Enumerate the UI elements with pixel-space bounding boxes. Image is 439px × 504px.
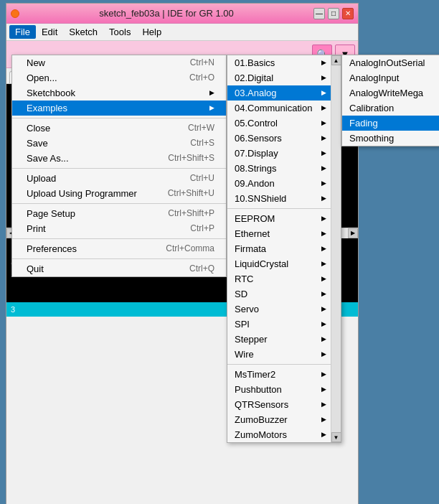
menu-item-upload-programmer-shortcut: Ctrl+Shift+U	[168, 188, 214, 199]
examples-eeprom-label: EEPROM	[235, 213, 275, 224]
menu-item-upload[interactable]: Upload Ctrl+U	[12, 171, 226, 186]
examples-item-control[interactable]: 05.Control	[227, 116, 341, 131]
examples-scroll-up[interactable]: ▲	[331, 55, 341, 65]
menu-item-saveas[interactable]: Save As... Ctrl+Shift+S	[12, 151, 226, 166]
examples-zumobuzzer-label: ZumoBuzzer	[235, 414, 288, 425]
menu-item-saveas-shortcut: Ctrl+Shift+S	[168, 153, 214, 164]
examples-item-communication[interactable]: 04.Communication	[227, 101, 341, 116]
examples-item-strings[interactable]: 08.Strings	[227, 161, 341, 176]
examples-item-rtc[interactable]: RTC	[227, 271, 341, 286]
examples-scrollbar[interactable]: ▲ ▼	[331, 55, 341, 442]
divider-2	[12, 168, 226, 169]
menu-item-quit[interactable]: Quit Ctrl+Q	[12, 261, 226, 276]
examples-item-servo[interactable]: Servo	[227, 302, 341, 317]
examples-item-snshield[interactable]: 10.SNShield	[227, 191, 341, 206]
menu-tools[interactable]: Tools	[103, 25, 136, 39]
menu-item-new-label: New	[27, 57, 45, 68]
menu-item-pagesetup-shortcut: Ctrl+Shift+P	[168, 208, 214, 219]
examples-andon-label: 09.Andon	[235, 178, 275, 189]
maximize-button[interactable]: □	[328, 8, 339, 19]
divider-1	[12, 118, 226, 118]
menu-item-open[interactable]: Open... Ctrl+O	[12, 70, 226, 85]
menu-item-save-shortcut: Ctrl+S	[190, 138, 214, 149]
examples-item-digital[interactable]: 02.Digital	[227, 70, 341, 85]
menu-item-print[interactable]: Print Ctrl+P	[12, 221, 226, 236]
examples-zumomotors-label: ZumoMotors	[235, 429, 287, 440]
menu-item-close-label: Close	[27, 123, 50, 134]
examples-item-andon[interactable]: 09.Andon	[227, 176, 341, 191]
examples-submenu: ▲ ▼ 01.Basics 02.Digital 03.Analog 04.Co…	[227, 55, 341, 443]
menu-edit[interactable]: Edit	[36, 25, 63, 39]
examples-item-sensors[interactable]: 06.Sensors	[227, 131, 341, 146]
examples-item-firmata[interactable]: Firmata	[227, 241, 341, 256]
examples-item-qtrsensors[interactable]: QTRSensors	[227, 397, 341, 412]
examples-item-liquidcrystal[interactable]: LiquidCrystal	[227, 256, 341, 271]
examples-item-zumobuzzer[interactable]: ZumoBuzzer	[227, 412, 341, 427]
menu-bar: File Edit Sketch Tools Help	[6, 24, 358, 41]
examples-analog-label: 03.Analog	[235, 88, 277, 98]
menu-item-quit-shortcut: Ctrl+Q	[189, 263, 214, 274]
menu-item-examples-label: Examples	[27, 103, 67, 113]
file-menu-dropdown: New Ctrl+N Open... Ctrl+O Sketchbook Exa…	[11, 55, 227, 277]
menu-item-upload-shortcut: Ctrl+U	[190, 173, 214, 184]
analog-item-writemega[interactable]: AnalogWriteMega	[342, 85, 439, 101]
scroll-right-button[interactable]: ▶	[348, 228, 358, 238]
menu-item-preferences-label: Preferences	[27, 243, 77, 254]
title-bar: sketch_feb03a | IDE for GR 1.00 — □ ✕	[6, 4, 358, 24]
examples-snshield-label: 10.SNShield	[235, 193, 286, 204]
menu-item-sketchbook-label: Sketchbook	[27, 88, 75, 98]
menu-item-pagesetup[interactable]: Page Setup Ctrl+Shift+P	[12, 206, 226, 221]
examples-divider2	[227, 364, 341, 365]
menu-help[interactable]: Help	[136, 25, 167, 39]
examples-item-display[interactable]: 07.Display	[227, 146, 341, 161]
menu-item-open-shortcut: Ctrl+O	[189, 73, 214, 83]
examples-basics-label: 01.Basics	[235, 57, 275, 68]
examples-item-basics[interactable]: 01.Basics	[227, 55, 341, 70]
examples-digital-label: 02.Digital	[235, 73, 273, 83]
analog-writemega-label: AnalogWriteMega	[349, 88, 423, 98]
examples-item-pushbutton[interactable]: Pushbutton	[227, 382, 341, 397]
examples-display-label: 07.Display	[235, 148, 278, 159]
close-button[interactable]: ✕	[342, 8, 354, 19]
examples-item-spi[interactable]: SPI	[227, 317, 341, 332]
menu-file[interactable]: File	[9, 25, 36, 39]
analog-item-input[interactable]: AnalogInput	[342, 70, 439, 85]
examples-liquidcrystal-label: LiquidCrystal	[235, 258, 288, 269]
examples-item-mstimer2[interactable]: MsTimer2	[227, 367, 341, 382]
analog-smoothing-label: Smoothing	[349, 133, 394, 144]
examples-ethernet-label: Ethernet	[235, 228, 270, 239]
examples-item-ethernet[interactable]: Ethernet	[227, 226, 341, 241]
analog-item-calibration[interactable]: Calibration	[342, 101, 439, 116]
menu-item-pagesetup-label: Page Setup	[27, 208, 75, 219]
analog-item-inoutserial[interactable]: AnalogInOutSerial	[342, 55, 439, 70]
status-number: 3	[11, 305, 15, 314]
menu-item-sketchbook[interactable]: Sketchbook	[12, 85, 226, 101]
examples-rtc-label: RTC	[235, 274, 253, 284]
menu-item-close[interactable]: Close Ctrl+W	[12, 121, 226, 136]
divider-3	[12, 203, 226, 204]
examples-sensors-label: 06.Sensors	[235, 133, 282, 144]
analog-item-smoothing[interactable]: Smoothing	[342, 131, 439, 146]
menu-item-print-shortcut: Ctrl+P	[190, 223, 214, 234]
menu-item-save[interactable]: Save Ctrl+S	[12, 136, 226, 151]
menu-item-close-shortcut: Ctrl+W	[188, 123, 214, 134]
examples-item-analog[interactable]: 03.Analog	[227, 85, 341, 101]
menu-item-upload-label: Upload	[27, 173, 56, 184]
menu-item-preferences[interactable]: Preferences Ctrl+Comma	[12, 241, 226, 256]
examples-item-stepper[interactable]: Stepper	[227, 332, 341, 347]
analog-item-fading[interactable]: Fading	[342, 116, 439, 131]
examples-qtrsensors-label: QTRSensors	[235, 399, 288, 410]
menu-item-saveas-label: Save As...	[27, 153, 69, 164]
menu-item-upload-programmer[interactable]: Upload Using Programmer Ctrl+Shift+U	[12, 186, 226, 201]
examples-item-eeprom[interactable]: EEPROM	[227, 211, 341, 226]
menu-item-examples[interactable]: Examples	[12, 101, 226, 116]
minimize-button[interactable]: —	[313, 8, 325, 19]
menu-item-save-label: Save	[27, 138, 48, 149]
examples-item-sd[interactable]: SD	[227, 286, 341, 302]
examples-item-zumomotors[interactable]: ZumoMotors	[227, 427, 341, 442]
menu-sketch[interactable]: Sketch	[63, 25, 103, 39]
examples-item-wire[interactable]: Wire	[227, 347, 341, 362]
menu-item-preferences-shortcut: Ctrl+Comma	[166, 243, 214, 254]
menu-item-new[interactable]: New Ctrl+N	[12, 55, 226, 70]
examples-scroll-down[interactable]: ▼	[331, 432, 341, 442]
